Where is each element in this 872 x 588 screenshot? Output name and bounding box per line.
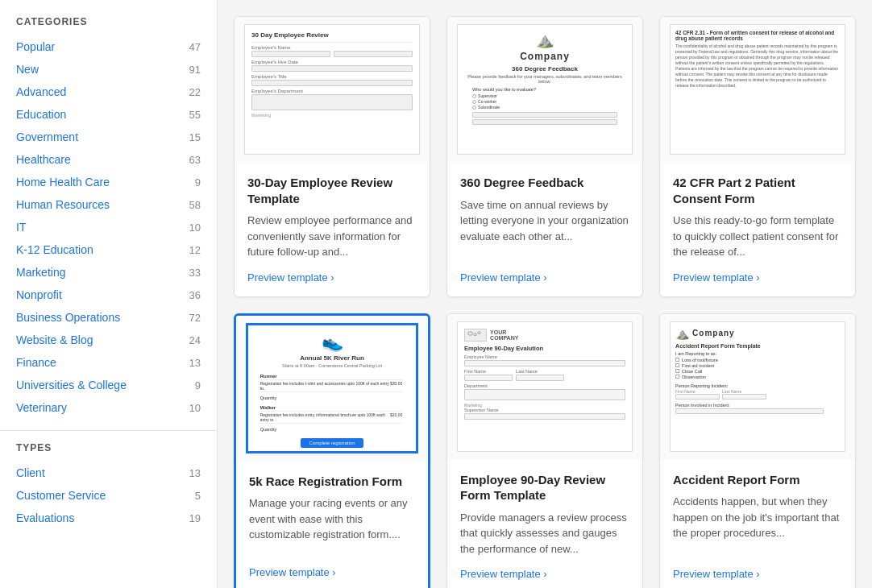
sidebar-item-business-operations[interactable]: Business Operations 72 [0, 306, 217, 329]
svg-rect-1 [474, 333, 476, 336]
card-title: 5k Race Registration Form [249, 474, 415, 490]
sidebar-item-label: K-12 Education [16, 243, 93, 256]
sidebar: CATEGORIES Popular 47 New 91 Advanced 22… [0, 0, 218, 588]
sidebar-item-k12[interactable]: K-12 Education 12 [0, 238, 217, 261]
card-description: Review employee performance and convenie… [247, 213, 417, 260]
card-90-day-review[interactable]: YOURCOMPANY Employee 90-Day Evalution Em… [446, 313, 643, 589]
sidebar-item-count: 12 [189, 244, 201, 256]
card-title: Accident Report Form [673, 472, 842, 488]
sidebar-item-popular[interactable]: Popular 47 [0, 35, 217, 58]
sidebar-item-label: Government [16, 130, 78, 143]
sidebar-item-customer-service[interactable]: Customer Service 5 [0, 484, 217, 507]
sidebar-item-education[interactable]: Education 55 [0, 103, 217, 126]
sidebar-item-label: Business Operations [16, 311, 120, 324]
sidebar-item-label: Human Resources [16, 198, 110, 211]
sidebar-item-count: 33 [189, 267, 201, 279]
sidebar-item-label: IT [16, 221, 26, 234]
sidebar-item-count: 15 [189, 131, 201, 143]
sidebar-item-client[interactable]: Client 13 [0, 462, 217, 484]
sidebar-item-count: 9 [195, 379, 201, 391]
sidebar-item-label: Nonprofit [16, 288, 62, 301]
card-body: Employee 90-Day Review Form Template Pro… [447, 459, 642, 589]
sidebar-item-nonprofit[interactable]: Nonprofit 36 [0, 284, 217, 306]
sidebar-item-label: Veterinary [16, 401, 67, 414]
types-title: TYPES [0, 442, 217, 462]
sidebar-item-count: 36 [189, 289, 201, 301]
card-preview: 30 Day Employee Review Employee's Name E… [235, 17, 430, 162]
card-body: 360 Degree Feedback Save time on annual … [447, 162, 642, 296]
preview-template-link[interactable]: Preview template › [247, 271, 417, 284]
preview-template-link[interactable]: Preview template › [460, 271, 629, 284]
preview-template-link[interactable]: Preview template › [673, 568, 842, 580]
sidebar-item-advanced[interactable]: Advanced 22 [0, 81, 217, 103]
card-360-feedback[interactable]: ⛰️ Company 360 Degree Feedback Please pr… [446, 16, 643, 297]
card-description: Accidents happen, but when they happen o… [673, 494, 842, 557]
card-preview: 42 CFR 2.31 - Form of written consent fo… [660, 17, 855, 162]
card-preview: ⛰️ Company Accident Report Form Template… [660, 314, 855, 459]
card-body: 5k Race Registration Form Manage your ra… [236, 461, 428, 589]
card-42cfr[interactable]: 42 CFR 2.31 - Form of written consent fo… [659, 16, 856, 297]
sidebar-item-count: 72 [189, 312, 201, 324]
card-body: 30-Day Employee Review Template Review e… [235, 162, 430, 296]
sidebar-item-count: 22 [189, 86, 201, 98]
sidebar-item-human-resources[interactable]: Human Resources 58 [0, 193, 217, 216]
sidebar-item-new[interactable]: New 91 [0, 58, 217, 81]
card-description: Save time on annual reviews by letting e… [460, 197, 629, 260]
sidebar-item-count: 13 [189, 357, 201, 369]
card-description: Use this ready-to-go form template to qu… [673, 213, 842, 260]
sidebar-item-home-health-care[interactable]: Home Health Care 9 [0, 171, 217, 193]
sidebar-item-label: Finance [16, 356, 56, 369]
sidebar-item-label: Evaluations [16, 511, 74, 524]
card-description: Manage your racing events or any event w… [249, 495, 415, 555]
sidebar-item-website-blog[interactable]: Website & Blog 24 [0, 329, 217, 351]
svg-rect-0 [468, 332, 472, 335]
sidebar-item-count: 10 [189, 402, 201, 414]
sidebar-item-government[interactable]: Government 15 [0, 126, 217, 148]
sidebar-item-marketing[interactable]: Marketing 33 [0, 261, 217, 284]
card-title: Employee 90-Day Review Form Template [460, 472, 629, 503]
sidebar-item-count: 55 [189, 109, 201, 121]
sidebar-item-veterinary[interactable]: Veterinary 10 [0, 396, 217, 419]
cards-grid: 30 Day Employee Review Employee's Name E… [234, 16, 856, 588]
sidebar-divider [0, 430, 217, 431]
sidebar-item-label: Education [16, 108, 66, 121]
sidebar-item-count: 58 [189, 199, 201, 211]
sidebar-item-count: 91 [189, 64, 201, 76]
sidebar-item-label: New [16, 63, 39, 76]
sidebar-item-count: 13 [189, 467, 201, 479]
sidebar-item-label: Marketing [16, 266, 65, 279]
sidebar-item-evaluations[interactable]: Evaluations 19 [0, 507, 217, 529]
sidebar-item-healthcare[interactable]: Healthcare 63 [0, 148, 217, 171]
card-accident-report[interactable]: ⛰️ Company Accident Report Form Template… [659, 313, 856, 589]
sidebar-item-it[interactable]: IT 10 [0, 216, 217, 238]
sidebar-item-count: 24 [189, 334, 201, 346]
sidebar-item-count: 5 [195, 490, 201, 502]
sidebar-item-label: Healthcare [16, 153, 71, 166]
sidebar-item-label: Popular [16, 40, 55, 53]
preview-template-link[interactable]: Preview template › [673, 271, 842, 284]
categories-title: CATEGORIES [0, 16, 217, 35]
sidebar-item-label: Website & Blog [16, 333, 93, 346]
sidebar-item-count: 19 [189, 512, 201, 524]
card-preview: YOURCOMPANY Employee 90-Day Evalution Em… [447, 314, 642, 459]
sidebar-item-label: Customer Service [16, 489, 106, 502]
sidebar-item-label: Home Health Care [16, 176, 110, 188]
card-30-day-review[interactable]: 30 Day Employee Review Employee's Name E… [234, 16, 430, 297]
card-5k-race[interactable]: 👟 Annual 5K River Run Starts at 8:00am ·… [234, 313, 430, 589]
preview-template-link[interactable]: Preview template › [249, 566, 415, 578]
sidebar-item-label: Client [16, 466, 45, 479]
sidebar-item-count: 63 [189, 154, 201, 166]
card-preview: ⛰️ Company 360 Degree Feedback Please pr… [447, 17, 642, 162]
sidebar-item-label: Advanced [16, 85, 66, 98]
main-content: 30 Day Employee Review Employee's Name E… [218, 0, 872, 588]
sidebar-item-label: Universities & College [16, 379, 127, 391]
card-preview: 👟 Annual 5K River Run Starts at 8:00am ·… [236, 316, 428, 461]
sidebar-item-universities[interactable]: Universities & College 9 [0, 374, 217, 396]
sidebar-item-finance[interactable]: Finance 13 [0, 351, 217, 374]
card-description: Provide managers a review process that q… [460, 510, 629, 557]
svg-rect-2 [478, 332, 480, 334]
preview-template-link[interactable]: Preview template › [460, 568, 629, 580]
card-title: 42 CFR Part 2 Patient Consent Form [673, 175, 842, 206]
card-title: 30-Day Employee Review Template [247, 175, 417, 206]
card-body: Accident Report Form Accidents happen, b… [660, 459, 855, 589]
